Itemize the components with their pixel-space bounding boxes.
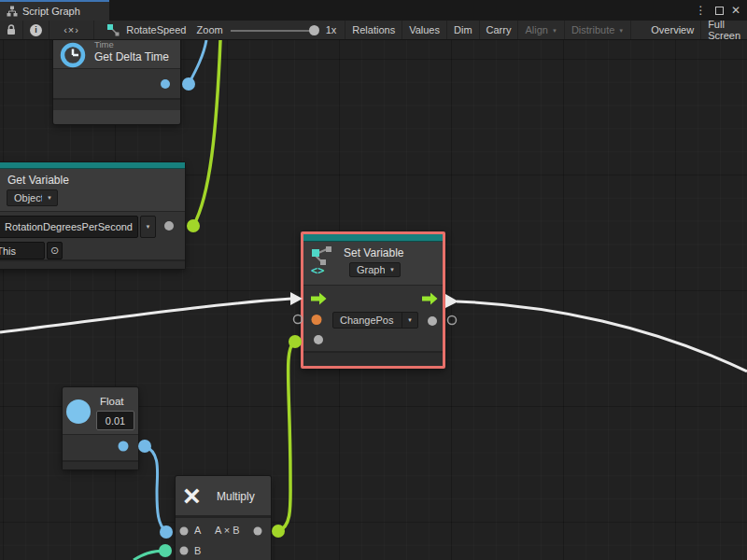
variable-name-dropdown[interactable]: ChangePos ▼ — [332, 312, 418, 329]
tab-title: Script Graph — [22, 6, 80, 17]
info-icon[interactable]: i — [23, 21, 49, 39]
values-button[interactable]: Values — [402, 21, 447, 39]
chevron-down-icon: ▼ — [146, 224, 151, 230]
dim-button[interactable]: Dim — [447, 21, 480, 39]
chevron-down-icon: ▼ — [402, 317, 417, 323]
clock-icon — [59, 41, 87, 69]
port-label-a-times-b: A × B — [215, 525, 240, 536]
node-title: Float — [100, 396, 124, 407]
wire-end-setvar-in[interactable] — [289, 335, 302, 348]
node-title: Get Variable — [7, 174, 69, 187]
wire-rotation-variable[interactable] — [193, 40, 220, 226]
node-footer — [63, 460, 138, 469]
multiply-icon: × — [183, 476, 201, 515]
maximize-icon[interactable] — [711, 0, 727, 21]
tab-script-graph[interactable]: Script Graph — [0, 0, 109, 21]
node-footer — [53, 98, 180, 110]
wire-delta-time-out[interactable] — [189, 40, 206, 84]
carry-button[interactable]: Carry — [480, 21, 519, 39]
set-variable-icon: <> — [311, 246, 335, 276]
wire-end-rotation[interactable] — [187, 219, 200, 232]
distribute-button: Distribute▼ — [565, 21, 631, 39]
graph-name: RotateSpeed — [126, 24, 186, 35]
node-float-literal[interactable]: Float 0.01 — [63, 387, 138, 469]
node-get-delta-time[interactable]: Time Get Delta Time — [53, 40, 180, 124]
node-set-variable[interactable]: <> Set Variable Graph ▼ ChangePos ▼ — [301, 231, 445, 369]
chevron-down-icon: ▼ — [385, 267, 400, 273]
node-port-area — [176, 515, 271, 560]
node-subtitle: Time — [94, 40, 114, 49]
node-multiply[interactable]: × Multiply A A × B B — [176, 476, 271, 560]
graph-glyph-icon — [107, 24, 120, 36]
wire-end-multiply-out[interactable] — [272, 525, 285, 538]
svg-text:<>: <> — [311, 264, 324, 276]
chevron-down-icon: ▼ — [552, 28, 557, 34]
graph-toolbar: i ‹×› RotateSpeed Zoom 1x Relations Valu… — [0, 21, 747, 40]
wire-end-deltatime[interactable] — [182, 77, 195, 91]
variable-scope-dropdown[interactable]: Object ▼ — [7, 189, 58, 206]
port-label-a: A — [194, 525, 201, 536]
port-label-b: B — [194, 545, 201, 556]
overview-button[interactable]: Overview — [644, 21, 701, 39]
code-preview-icon[interactable]: ‹×› — [49, 21, 94, 39]
zoom-slider-handle[interactable] — [309, 25, 319, 35]
node-title: Set Variable — [344, 246, 403, 259]
port-empty-right[interactable] — [448, 316, 457, 325]
chevron-down-icon: ▼ — [42, 195, 57, 201]
node-get-variable[interactable]: Get Variable Object ▼ RotationDegreesPer… — [0, 162, 185, 269]
wire-to-multiply-b[interactable] — [134, 551, 165, 560]
wire-multiply-to-setvar[interactable] — [278, 342, 295, 531]
wire-end-float[interactable] — [138, 440, 151, 453]
zoom-control: Zoom 1x — [193, 21, 346, 39]
variable-name-dropdown-button[interactable]: ▼ — [140, 216, 156, 238]
zoom-slider[interactable] — [231, 21, 318, 40]
wire-float-to-multiply[interactable] — [145, 446, 166, 532]
fullscreen-button[interactable]: Full Screen — [701, 21, 747, 39]
variable-scope-dropdown[interactable]: Graph ▼ — [349, 262, 401, 277]
zoom-value: 1x — [326, 24, 337, 35]
align-button: Align▼ — [518, 21, 564, 39]
close-icon[interactable]: ✕ — [727, 0, 744, 21]
node-port-area — [63, 434, 138, 460]
flow-wire-left[interactable] — [0, 299, 291, 332]
zoom-label: Zoom — [197, 24, 223, 35]
node-port-area — [53, 68, 180, 98]
wire-end-multiply-b[interactable] — [159, 544, 172, 557]
float-type-icon — [66, 399, 91, 424]
script-graph-icon — [7, 6, 18, 17]
node-title: Get Delta Time — [94, 50, 169, 63]
relations-button[interactable]: Relations — [345, 21, 402, 39]
lock-icon[interactable] — [0, 21, 23, 39]
node-footer — [0, 259, 185, 269]
graph-breadcrumb[interactable]: RotateSpeed — [94, 21, 192, 39]
flow-arrow-out-of-setvar[interactable] — [445, 294, 458, 308]
object-picker-icon[interactable]: ⊙ — [47, 242, 63, 259]
target-field[interactable]: This — [0, 242, 45, 259]
wire-end-multiply-a[interactable] — [160, 525, 173, 539]
node-footer — [303, 351, 443, 366]
title-bar: Script Graph ⋮ ✕ — [0, 0, 747, 21]
visual-scripting-window: Script Graph ⋮ ✕ i ‹×› RotateSpeed Zoom — [0, 0, 747, 560]
float-value-field[interactable]: 0.01 — [96, 411, 134, 430]
variable-name-field[interactable]: RotationDegreesPerSecond — [0, 216, 138, 238]
node-accent-bar — [0, 162, 185, 169]
window-menu-icon[interactable]: ⋮ — [693, 0, 710, 21]
graph-canvas[interactable]: Time Get Delta Time Get Variable Object … — [0, 40, 747, 560]
node-accent-bar — [303, 234, 443, 242]
node-title: Multiply — [217, 490, 255, 503]
chevron-down-icon: ▼ — [618, 28, 624, 34]
toolbar-buttons: Relations Values Dim Carry Align▼ Distri… — [345, 21, 747, 39]
flow-wire-right[interactable] — [457, 301, 747, 371]
